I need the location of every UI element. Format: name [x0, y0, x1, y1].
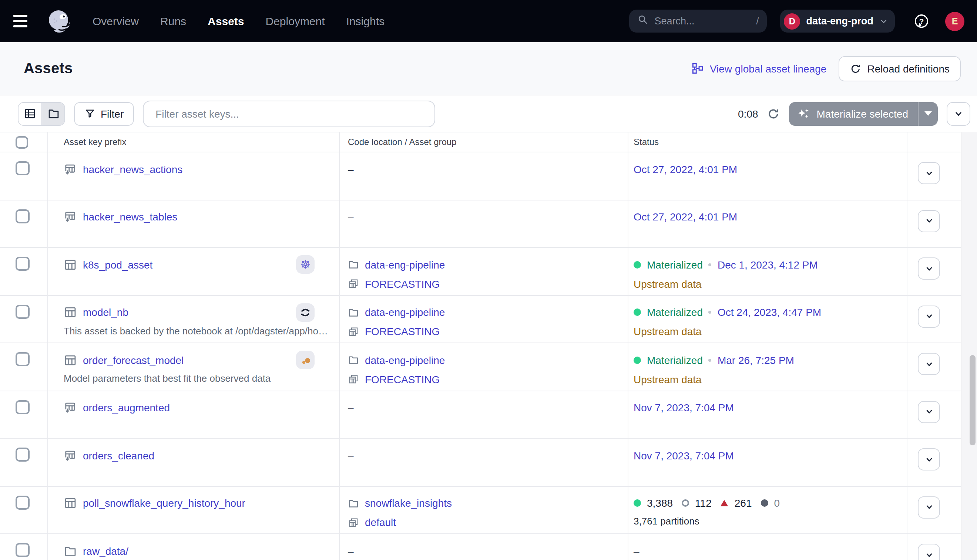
row-checkbox[interactable]: [15, 257, 30, 271]
filter-button[interactable]: Filter: [74, 102, 134, 125]
asset-row: hacker_news_tables–Oct 27, 2022, 4:01 PM: [0, 200, 977, 248]
materialization-time-link[interactable]: Mar 26, 7:25 PM: [718, 354, 794, 366]
row-checkbox[interactable]: [15, 400, 30, 414]
row-checkbox[interactable]: [15, 352, 30, 366]
expand-row-button[interactable]: [918, 210, 940, 232]
asset-row: order_forecast_modelModel parameters tha…: [0, 343, 977, 391]
folder-icon: [63, 544, 77, 557]
scrollbar-thumb[interactable]: [970, 355, 975, 445]
global-search[interactable]: /: [630, 10, 767, 33]
asset-name-link[interactable]: hacker_news_tables: [83, 211, 177, 223]
nav-item-insights[interactable]: Insights: [342, 12, 389, 30]
expand-row-button[interactable]: [918, 162, 940, 184]
view-global-asset-lineage-link[interactable]: View global asset lineage: [691, 62, 827, 75]
row-checkbox[interactable]: [15, 304, 30, 318]
flat-view-button[interactable]: [18, 102, 42, 125]
help-button[interactable]: ?: [914, 13, 930, 29]
materialization-time-link[interactable]: Nov 7, 2023, 7:04 PM: [634, 449, 734, 461]
directory-view-button[interactable]: [42, 102, 64, 125]
folder-view-icon: [47, 107, 60, 120]
table-icon: [63, 353, 77, 367]
view-toggle: [18, 102, 65, 125]
asset-name-link[interactable]: k8s_pod_asset: [83, 258, 152, 270]
filter-asset-keys-input[interactable]: [143, 100, 435, 127]
nav-item-assets[interactable]: Assets: [203, 12, 248, 30]
upstream-data-link[interactable]: Upstream data: [634, 325, 701, 337]
expand-row-button[interactable]: [918, 401, 940, 423]
row-checkbox[interactable]: [15, 161, 30, 175]
table-icon: [63, 497, 77, 510]
asset-name-link[interactable]: order_forecast_model: [83, 354, 184, 366]
empty-value: –: [348, 402, 354, 413]
materialization-time-link[interactable]: Oct 27, 2022, 4:01 PM: [634, 163, 737, 175]
compute-kind-badge: [296, 303, 314, 322]
toolbar-right: 0:08 Materialize selected: [738, 102, 970, 125]
materialize-dropdown-caret[interactable]: [918, 102, 938, 125]
expand-row-button[interactable]: [918, 305, 940, 327]
asset-name-link[interactable]: raw_data/: [83, 545, 129, 557]
filter-button-label: Filter: [101, 108, 124, 120]
failed-triangle-icon: [721, 499, 729, 507]
expand-row-button[interactable]: [918, 257, 940, 280]
asset-row: raw_data/––: [0, 534, 977, 560]
search-shortcut: /: [756, 15, 759, 27]
asset-name-link[interactable]: model_nb: [83, 306, 129, 318]
row-checkbox[interactable]: [15, 543, 30, 557]
folder-icon: [348, 497, 359, 508]
asset-group-link[interactable]: FORECASTING: [365, 278, 440, 290]
nav-item-deployment[interactable]: Deployment: [261, 12, 329, 30]
missing-dot-icon: [760, 499, 768, 507]
materialization-time-link[interactable]: Oct 24, 2023, 4:47 PM: [718, 306, 821, 318]
page-header-actions: View global asset lineage Reload definit…: [691, 56, 961, 81]
reload-definitions-button[interactable]: Reload definitions: [838, 56, 961, 81]
asset-prefix-icon: [63, 449, 77, 462]
expand-row-button[interactable]: [918, 353, 940, 375]
page-header: Assets View global asset lineage Reload …: [0, 42, 977, 95]
asset-group-link[interactable]: FORECASTING: [365, 325, 440, 337]
asset-group-link[interactable]: default: [365, 517, 396, 528]
expand-row-button[interactable]: [918, 496, 940, 518]
code-location-link[interactable]: data-eng-pipeline: [365, 354, 445, 366]
expand-row-button[interactable]: [918, 544, 940, 560]
expand-all-button[interactable]: [947, 102, 970, 125]
asset-name-link[interactable]: hacker_news_actions: [83, 163, 182, 175]
nav-right: / D data-eng-prod ? E: [630, 10, 965, 33]
chevron-down-icon: [924, 264, 934, 273]
materialization-time-link[interactable]: Dec 1, 2023, 4:12 PM: [718, 258, 818, 270]
materialize-main[interactable]: Materialize selected: [789, 107, 918, 120]
vertical-scrollbar[interactable]: [961, 132, 977, 560]
code-location-link[interactable]: data-eng-pipeline: [365, 306, 445, 318]
nav-item-runs[interactable]: Runs: [156, 12, 190, 30]
partition-count-value: 261: [735, 497, 752, 509]
code-location-link[interactable]: snowflake_insights: [365, 497, 452, 509]
search-input[interactable]: [655, 15, 736, 27]
code-location-link[interactable]: data-eng-pipeline: [365, 258, 445, 270]
nav-item-overview[interactable]: Overview: [88, 12, 143, 30]
expand-row-button[interactable]: [918, 448, 940, 470]
asset-row: hacker_news_actions–Oct 27, 2022, 4:01 P…: [0, 152, 977, 200]
row-checkbox[interactable]: [15, 209, 30, 223]
asset-name-link[interactable]: poll_snowflake_query_history_hour: [83, 497, 246, 509]
asset-group-icon: [348, 517, 359, 528]
materialization-time-link[interactable]: Oct 27, 2022, 4:01 PM: [634, 211, 737, 223]
asset-name-link[interactable]: orders_cleaned: [83, 449, 154, 461]
caret-down-icon: [924, 111, 932, 116]
asset-group-link[interactable]: FORECASTING: [365, 373, 440, 385]
asset-name-link[interactable]: orders_augmented: [83, 402, 170, 413]
partition-counts: 3,3881122610: [634, 495, 907, 511]
chevron-down-icon: [924, 550, 934, 560]
hamburger-menu-icon[interactable]: [13, 15, 31, 27]
column-header-asset-key: Asset key prefix: [48, 132, 340, 152]
materialize-selected-button[interactable]: Materialize selected: [789, 102, 938, 125]
upstream-data-link[interactable]: Upstream data: [634, 373, 701, 385]
user-avatar[interactable]: E: [945, 12, 964, 31]
refresh-countdown: 0:08: [738, 108, 758, 120]
select-all-checkbox[interactable]: [15, 136, 28, 148]
refresh-button[interactable]: [767, 107, 780, 120]
upstream-data-link[interactable]: Upstream data: [634, 278, 701, 290]
filter-funnel-icon: [84, 108, 95, 119]
row-checkbox[interactable]: [15, 495, 30, 509]
materialization-time-link[interactable]: Nov 7, 2023, 7:04 PM: [634, 402, 734, 413]
workspace-switcher[interactable]: D data-eng-prod: [780, 10, 895, 33]
row-checkbox[interactable]: [15, 448, 30, 462]
